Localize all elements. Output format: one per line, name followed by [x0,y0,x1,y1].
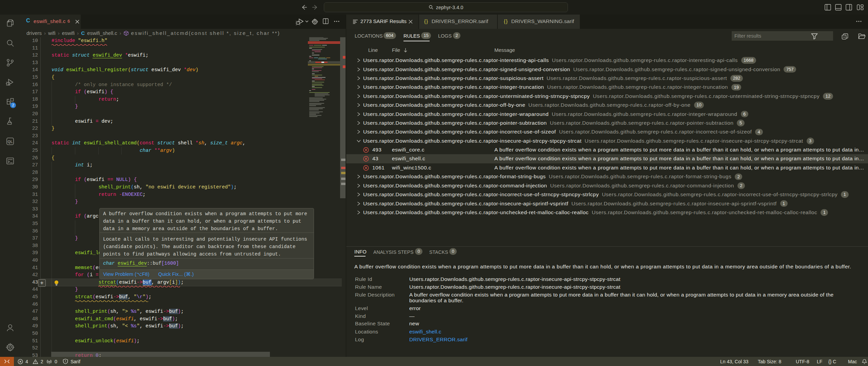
svg-text:QL: QL [7,140,13,144]
